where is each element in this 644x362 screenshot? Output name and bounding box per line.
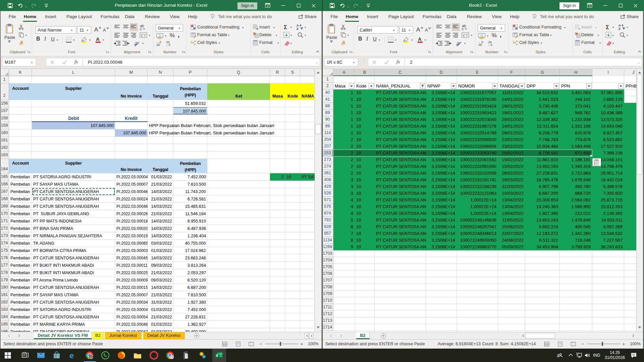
svg-text:ab: ab bbox=[133, 41, 139, 47]
svg-text:A: A bbox=[418, 36, 422, 42]
svg-text:e: e bbox=[69, 351, 74, 360]
svg-text:ab: ab bbox=[455, 41, 461, 47]
svg-text:.00: .00 bbox=[156, 43, 160, 46]
svg-text:A: A bbox=[96, 36, 100, 42]
svg-text:X: X bbox=[216, 354, 218, 358]
svg-text:.00: .00 bbox=[478, 43, 482, 46]
svg-text:c: c bbox=[462, 27, 464, 31]
svg-text:Σ: Σ bbox=[606, 24, 609, 30]
svg-text:c: c bbox=[140, 27, 142, 31]
svg-text:D: D bbox=[90, 356, 93, 359]
svg-text:A: A bbox=[103, 27, 106, 33]
svg-text:Z: Z bbox=[297, 27, 299, 30]
svg-text:A: A bbox=[425, 27, 428, 33]
svg-text:A: A bbox=[416, 26, 420, 33]
svg-text:A: A bbox=[94, 26, 98, 33]
svg-text:→.0: →.0 bbox=[487, 43, 492, 46]
svg-text:→.0: →.0 bbox=[165, 43, 170, 46]
svg-text:Σ: Σ bbox=[284, 24, 287, 30]
svg-text:Z: Z bbox=[619, 27, 621, 30]
